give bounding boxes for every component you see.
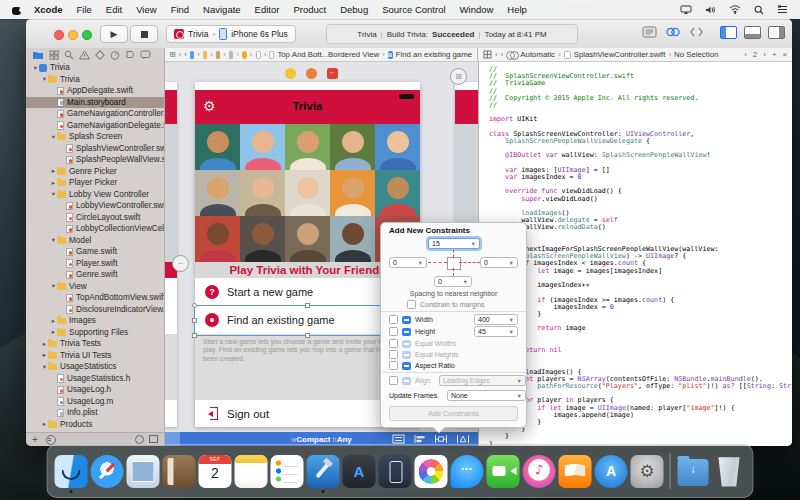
bottom-strut[interactable] [453, 268, 454, 276]
dock-safari-icon[interactable] [91, 455, 124, 488]
breakpoint-navigator-tab[interactable] [125, 50, 135, 60]
view-crumb-icon[interactable] [242, 51, 247, 59]
sidebar-item-images[interactable]: ▸Images [26, 315, 164, 327]
height-value-field[interactable]: 45▼ [474, 326, 518, 337]
dock-photos-icon[interactable] [415, 455, 448, 488]
menu-product[interactable]: Product [286, 4, 333, 15]
align-checkbox[interactable] [389, 376, 398, 385]
dock-system-preferences-icon[interactable]: ⚙ [631, 455, 664, 488]
disclosure-triangle-icon[interactable]: ▸ [50, 179, 57, 187]
filter-icon[interactable] [46, 435, 56, 445]
dock-notes-icon[interactable] [235, 455, 268, 488]
recent-files-icon[interactable] [135, 435, 144, 444]
dock-facetime-icon[interactable] [487, 455, 520, 488]
sidebar-item-trivia-tests[interactable]: ▸Trivia Tests [26, 338, 164, 350]
sidebar-item-lobbycollectionviewcell-swift[interactable]: LobbyCollectionViewCell.swift [26, 223, 164, 235]
sidebar-item-usagestatistics[interactable]: ▾UsageStatistics [26, 361, 164, 373]
pin-constraints-button[interactable] [434, 434, 448, 444]
scene-nav-bar[interactable]: ⚙ Trivia [195, 90, 420, 124]
dock-simulator-icon[interactable] [379, 455, 412, 488]
sidebar-item-gamenavigationdelegate-swift[interactable]: GameNavigationDelegate.swift [26, 120, 164, 132]
sidebar-item-player-picker[interactable]: ▸Player Picker [26, 177, 164, 189]
sidebar-item-products[interactable]: ▸Products [26, 419, 164, 431]
sidebar-item-trivia-ui-tests[interactable]: ▸Trivia UI Tests [26, 350, 164, 362]
disclosure-triangle-icon[interactable]: ▾ [50, 236, 57, 244]
close-window-button[interactable] [54, 30, 64, 40]
sidebar-item-topandbottomview-swift[interactable]: TopAndBottomView.swift [26, 292, 164, 304]
stop-button[interactable] [130, 25, 158, 43]
dock-trash-icon[interactable] [713, 455, 746, 488]
sidebar-item-appdelegate-swift[interactable]: AppDelegate.swift [26, 85, 164, 97]
assistant-selection-label[interactable]: No Selection [674, 50, 718, 59]
disclosure-triangle-icon[interactable]: ▾ [41, 75, 48, 83]
counterpart-back[interactable]: ‹ [744, 50, 747, 59]
disclosure-triangle-icon[interactable]: ▸ [50, 167, 57, 175]
assistant-file-label[interactable]: SplashViewController.swift [574, 50, 666, 59]
forward-button[interactable]: › [501, 50, 504, 59]
minimize-window-button[interactable] [68, 30, 78, 40]
sidebar-item-circlelayout-swift[interactable]: CircleLayout.swift [26, 212, 164, 224]
apple-menu-icon[interactable] [12, 5, 21, 15]
right-strut[interactable] [459, 262, 480, 263]
disclosure-triangle-icon[interactable]: ▾ [50, 133, 57, 141]
menu-window[interactable]: Window [453, 4, 501, 15]
sidebar-item-gamenavigationcontroller-swift[interactable]: GameNavigationController.swift [26, 108, 164, 120]
wifi-icon[interactable] [729, 5, 741, 14]
menu-view[interactable]: View [129, 4, 163, 15]
project-navigator[interactable]: ▾Trivia▾TriviaAppDelegate.swiftMain.stor… [26, 62, 165, 432]
view-controller-crumb-icon[interactable] [229, 51, 233, 59]
spotlight-icon[interactable] [754, 5, 764, 15]
crumb-truncated-label[interactable]: Top And Bott...Bordered View [277, 50, 379, 59]
dock-finder-icon[interactable] [55, 455, 88, 488]
back-button[interactable]: ‹ [179, 50, 182, 59]
assistant-mode-label[interactable]: Automatic [520, 50, 555, 59]
menu-debug[interactable]: Debug [333, 4, 375, 15]
dock-contacts-icon[interactable] [163, 455, 196, 488]
sidebar-item-usagelog-h[interactable]: UsageLog.h [26, 384, 164, 396]
sidebar-item-player-swift[interactable]: Player.swift [26, 258, 164, 270]
menu-navigate[interactable]: Navigate [196, 4, 248, 15]
storyboard-crumb-icon[interactable] [190, 51, 194, 59]
sidebar-item-usagestatistics-h[interactable]: UsageStatistics.h [26, 373, 164, 385]
resolve-issues-button[interactable] [456, 434, 470, 444]
sidebar-item-supporting-files[interactable]: ▸Supporting Files [26, 327, 164, 339]
disclosure-triangle-icon[interactable]: ▾ [50, 190, 57, 198]
equal-widths-checkbox[interactable] [389, 339, 398, 348]
version-editor-button[interactable] [689, 26, 704, 38]
airplay-icon[interactable] [680, 5, 692, 15]
close-assistant-button[interactable]: × [782, 50, 787, 59]
aspect-ratio-checkbox[interactable] [389, 361, 398, 370]
disclosure-triangle-icon[interactable]: ▸ [50, 328, 57, 336]
sidebar-item-lobbyviewcontroller-swift[interactable]: LobbyViewController.swift [26, 200, 164, 212]
sidebar-item-genre-picker[interactable]: ▸Genre Picker [26, 166, 164, 178]
dock-calendar-icon[interactable]: SEP2 [199, 455, 232, 488]
subview-crumb-icon[interactable] [256, 51, 261, 59]
issue-navigator-tab[interactable] [79, 50, 90, 60]
top-strut[interactable] [453, 250, 454, 257]
bottom-spacing-field[interactable]: 0▼ [434, 276, 472, 287]
disclosure-triangle-icon[interactable]: ▸ [50, 317, 57, 325]
menu-editor[interactable]: Editor [248, 4, 287, 15]
sidebar-item-game-swift[interactable]: Game.swift [26, 246, 164, 258]
volume-icon[interactable] [705, 5, 716, 15]
back-button[interactable]: ‹ [495, 50, 498, 59]
toggle-inspector-button[interactable] [768, 26, 785, 39]
sidebar-item-trivia[interactable]: ▾Trivia [26, 62, 164, 74]
dock-app-a-icon[interactable]: A [343, 455, 376, 488]
align-value-dropdown[interactable]: Leading Edges▼ [439, 375, 526, 386]
sidebar-item-splash-screen[interactable]: ▾Splash Screen [26, 131, 164, 143]
width-checkbox[interactable] [389, 315, 398, 324]
sidebar-item-lobby-view-controller[interactable]: ▾Lobby View Controller [26, 189, 164, 201]
sidebar-item-genre-swift[interactable]: Genre.swift [26, 269, 164, 281]
disclosure-triangle-icon[interactable]: ▾ [41, 363, 48, 371]
update-frames-dropdown[interactable]: None▼ [447, 390, 526, 401]
disclosure-triangle-icon[interactable]: ▸ [41, 340, 48, 348]
disclosure-triangle-icon[interactable]: ▾ [32, 64, 39, 72]
menu-help[interactable]: Help [500, 4, 534, 15]
find-navigator-tab[interactable] [64, 50, 74, 60]
sidebar-item-splashviewcontroller-swift[interactable]: SplashViewController.swift [26, 143, 164, 155]
scheme-selector[interactable]: Trivia › iPhone 6s Plus [166, 25, 296, 43]
add-assistant-button[interactable]: + [772, 50, 777, 59]
dock-xcode-icon[interactable] [307, 455, 340, 488]
sidebar-item-trivia[interactable]: ▾Trivia [26, 74, 164, 86]
